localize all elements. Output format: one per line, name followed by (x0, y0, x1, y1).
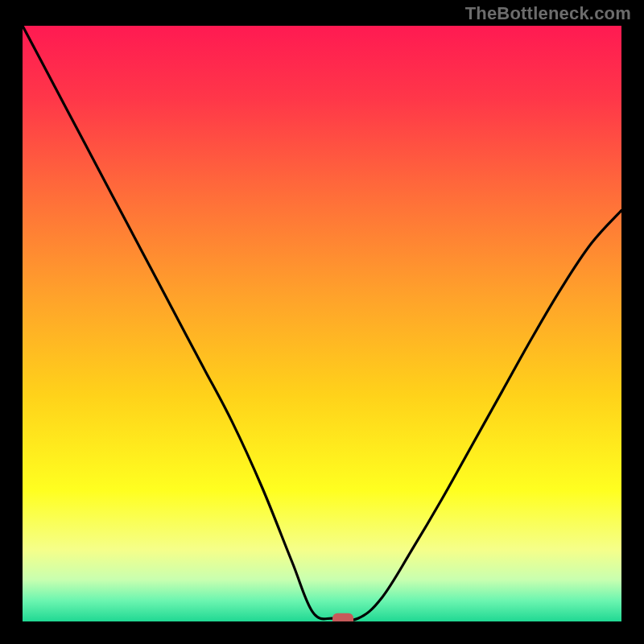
plot-area (23, 26, 621, 621)
chart-frame: TheBottleneck.com (0, 0, 644, 644)
gradient-background (23, 26, 621, 621)
min-marker (332, 613, 353, 621)
watermark-label: TheBottleneck.com (465, 3, 631, 24)
chart-svg (23, 26, 621, 621)
